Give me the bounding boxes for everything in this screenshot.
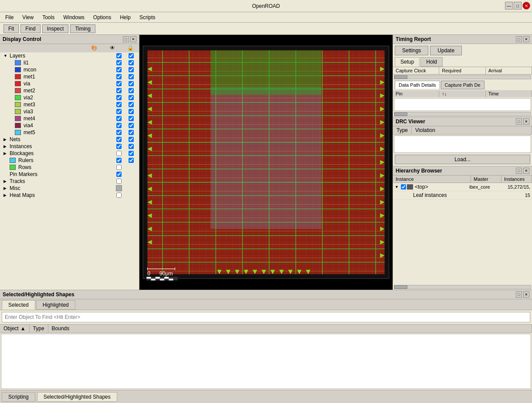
selected-panel-restore[interactable]: □ — [516, 291, 522, 298]
via-visible[interactable] — [116, 81, 122, 86]
tab-selected[interactable]: Selected — [2, 300, 35, 310]
heat-maps-group[interactable]: ▶ Heat Maps — [0, 192, 139, 199]
blockages-locked[interactable] — [129, 151, 134, 156]
capture-path-details-button[interactable]: Capture Path De — [441, 81, 485, 89]
inspect-button[interactable]: Inspect — [42, 24, 69, 33]
layer-li1[interactable]: li1 — [0, 59, 139, 66]
menu-scripts[interactable]: Scripts — [136, 14, 159, 21]
layer-via4[interactable]: via4 — [0, 122, 139, 129]
timing-update-button[interactable]: Update — [430, 46, 462, 55]
met4-visible[interactable] — [116, 116, 122, 121]
data-path-details-button[interactable]: Data Path Details — [395, 81, 440, 89]
heat-maps-visible[interactable] — [116, 193, 122, 198]
minimize-button[interactable]: — — [505, 2, 513, 10]
menu-file[interactable]: File — [2, 14, 17, 21]
hierarchy-scroll-thumb[interactable] — [394, 285, 407, 289]
menu-help[interactable]: Help — [116, 14, 134, 21]
type-col-header[interactable]: Type — [30, 325, 48, 332]
timing-report-close[interactable]: ✕ — [523, 36, 529, 42]
object-col-header[interactable]: Object ▲ — [0, 325, 30, 332]
li1-locked[interactable] — [129, 60, 134, 65]
via3-locked[interactable] — [129, 109, 134, 114]
nets-group[interactable]: ▶ Nets — [0, 136, 139, 143]
mcon-locked[interactable] — [129, 67, 134, 72]
drc-viewer-restore[interactable]: □ — [516, 119, 522, 125]
layer-via2[interactable]: via2 — [0, 94, 139, 101]
via4-locked[interactable] — [129, 123, 134, 128]
find-button[interactable]: Find — [20, 24, 40, 33]
selected-panel-close[interactable]: ✕ — [523, 291, 529, 298]
timing-settings-button[interactable]: Settings — [395, 46, 428, 55]
rulers-visible[interactable] — [116, 158, 122, 163]
blockages-visible[interactable] — [116, 151, 122, 156]
fit-button[interactable]: Fit — [3, 24, 19, 33]
pin-markers-visible[interactable] — [116, 172, 122, 177]
misc-visible[interactable] — [116, 185, 122, 191]
met3-locked[interactable] — [129, 102, 134, 107]
hier-row-leaf[interactable]: Leaf instances 15 — [393, 191, 532, 200]
via3-visible[interactable] — [116, 109, 122, 114]
hierarchy-browser-close[interactable]: ✕ — [523, 168, 529, 174]
via-locked[interactable] — [129, 81, 134, 86]
chip-canvas-area[interactable]: 0 90μm — [139, 35, 393, 290]
tracks-visible[interactable] — [116, 179, 122, 184]
layer-met4[interactable]: met4 — [0, 115, 139, 122]
layers-group[interactable]: ▼ Layers — [0, 52, 139, 59]
met5-visible[interactable] — [116, 130, 122, 135]
hier-row-top[interactable]: ▼ <top> ibex_core 15,272/15, — [393, 183, 532, 191]
instances-locked[interactable] — [129, 144, 134, 149]
drc-viewer-close[interactable]: ✕ — [523, 119, 529, 125]
timing-button[interactable]: Timing — [70, 24, 95, 33]
rulers-locked[interactable] — [129, 158, 134, 163]
display-control-close[interactable]: ✕ — [130, 36, 136, 42]
via4-visible[interactable] — [116, 123, 122, 128]
layer-via[interactable]: via — [0, 80, 139, 87]
scripting-tab[interactable]: Scripting — [2, 392, 35, 402]
met4-locked[interactable] — [129, 116, 134, 121]
display-control-restore[interactable]: □ — [123, 36, 129, 42]
met2-locked[interactable] — [129, 88, 134, 93]
drc-load-button[interactable]: Load... — [395, 155, 530, 164]
via2-locked[interactable] — [129, 95, 134, 100]
layer-met1[interactable]: met1 — [0, 73, 139, 80]
layer-met3[interactable]: met3 — [0, 101, 139, 108]
li1-visible[interactable] — [116, 60, 122, 65]
hierarchy-hscroll[interactable] — [394, 285, 531, 289]
met1-visible[interactable] — [116, 74, 122, 79]
rows-visible[interactable] — [116, 165, 122, 170]
bounds-col-header[interactable]: Bounds — [48, 325, 532, 332]
nets-visible[interactable] — [116, 137, 122, 142]
top-visible-check[interactable] — [401, 184, 406, 190]
blockages-group[interactable]: ▶ Blockages — [0, 150, 139, 157]
menu-windows[interactable]: Windows — [60, 14, 88, 21]
rulers-item[interactable]: Rulers — [0, 157, 139, 164]
menu-view[interactable]: View — [19, 14, 37, 21]
menu-options[interactable]: Options — [90, 14, 115, 21]
met2-visible[interactable] — [116, 88, 122, 93]
tab-highlighted[interactable]: Highlighted — [36, 300, 75, 310]
layer-met2[interactable]: met2 — [0, 87, 139, 94]
timing-tab-hold[interactable]: Hold — [420, 57, 443, 67]
instances-visible[interactable] — [116, 144, 122, 149]
rows-item[interactable]: Rows — [0, 164, 139, 171]
layer-mcon[interactable]: mcon — [0, 66, 139, 73]
via2-visible[interactable] — [116, 95, 122, 100]
timing-hscroll-thumb[interactable] — [394, 75, 407, 79]
instances-group[interactable]: ▶ Instances — [0, 143, 139, 150]
maximize-button[interactable]: □ — [514, 2, 522, 10]
layers-locked-check[interactable] — [129, 53, 134, 58]
selected-shapes-tab[interactable]: Selected/Highlighted Shapes — [37, 392, 117, 402]
object-search-input[interactable] — [2, 312, 530, 322]
nets-locked[interactable] — [129, 137, 134, 142]
timing-bottom-scroll-thumb[interactable] — [394, 112, 407, 116]
met5-locked[interactable] — [129, 130, 134, 135]
timing-report-restore[interactable]: □ — [516, 36, 522, 42]
layer-met5[interactable]: met5 — [0, 129, 139, 136]
mcon-visible[interactable] — [116, 67, 122, 72]
menu-tools[interactable]: Tools — [39, 14, 58, 21]
close-button[interactable]: ✕ — [522, 2, 530, 10]
layer-via3[interactable]: via3 — [0, 108, 139, 115]
timing-bottom-hscroll[interactable] — [394, 112, 531, 116]
tracks-group[interactable]: ▶ Tracks — [0, 178, 139, 185]
pin-markers-item[interactable]: Pin Markers — [0, 171, 139, 178]
